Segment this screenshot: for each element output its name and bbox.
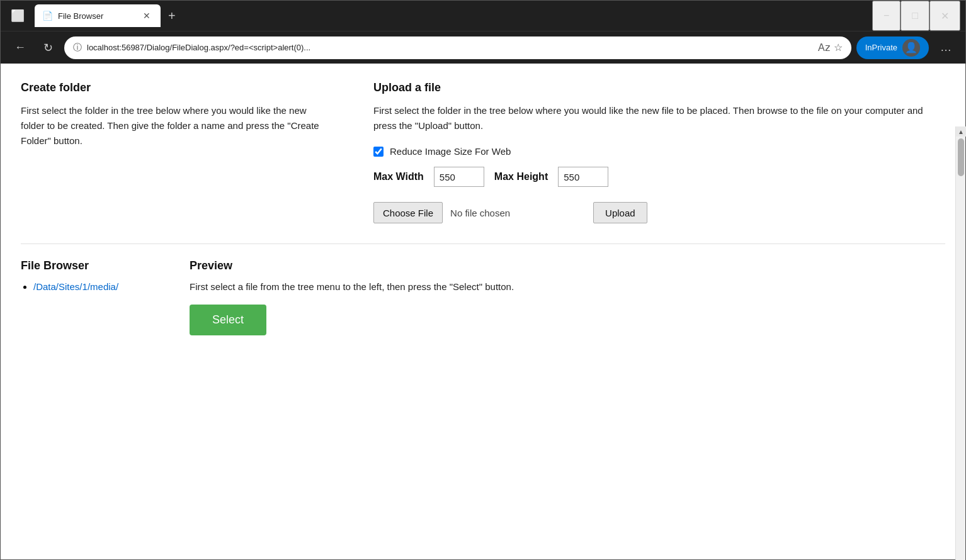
tab-bar: 📄 File Browser ✕ + (35, 1, 183, 31)
upload-button[interactable]: Upload (593, 202, 647, 223)
max-height-input[interactable] (558, 167, 608, 187)
minimize-button[interactable]: − (872, 1, 901, 31)
preview-desc: First select a file from the tree menu t… (190, 281, 945, 292)
choose-file-button[interactable]: Choose File (373, 202, 443, 223)
inprivate-label: InPrivate (865, 43, 897, 52)
page-content: Create folder First select the folder in… (1, 64, 965, 529)
scroll-thumb[interactable] (958, 138, 964, 176)
file-upload-row: Choose File No file chosen Upload (373, 202, 945, 223)
scroll-up-button[interactable]: ▲ (956, 126, 966, 137)
max-height-label: Max Height (494, 171, 548, 182)
file-browser-title: File Browser (21, 259, 159, 272)
url-text: localhost:56987/Dialog/FileDialog.aspx/?… (87, 43, 813, 52)
select-button[interactable]: Select (190, 305, 266, 335)
read-aloud-icon[interactable]: Aᴢ (818, 42, 830, 53)
close-button[interactable]: ✕ (929, 1, 960, 31)
reduce-image-checkbox[interactable] (373, 147, 384, 157)
nav-bar: ← ↻ ⓘ localhost:56987/Dialog/FileDialog.… (1, 31, 965, 64)
tree-link[interactable]: /Data/Sites/1/media/ (33, 281, 118, 292)
max-width-label: Max Width (373, 171, 424, 182)
preview-title: Preview (190, 259, 945, 272)
max-width-input[interactable] (434, 167, 484, 187)
maximize-button[interactable]: □ (901, 1, 929, 31)
address-bar[interactable]: ⓘ localhost:56987/Dialog/FileDialog.aspx… (64, 36, 851, 59)
file-tree: /Data/Sites/1/media/ (21, 281, 159, 292)
inprivate-button[interactable]: InPrivate 👤 (856, 36, 929, 59)
tab-close-button[interactable]: ✕ (140, 9, 153, 22)
more-options-button[interactable]: … (934, 37, 958, 58)
upload-desc: First select the folder in the tree belo… (373, 103, 945, 133)
create-folder-section: Create folder First select the folder in… (21, 81, 323, 223)
new-tab-button[interactable]: + (161, 6, 183, 26)
active-tab[interactable]: 📄 File Browser ✕ (35, 4, 161, 27)
tab-title: File Browser (58, 11, 135, 21)
list-item: /Data/Sites/1/media/ (33, 281, 159, 292)
create-folder-title: Create folder (21, 81, 323, 94)
avatar: 👤 (902, 39, 920, 57)
top-section: Create folder First select the folder in… (21, 81, 945, 223)
upload-section: Upload a file First select the folder in… (373, 81, 945, 223)
address-icons: Aᴢ ☆ (818, 42, 843, 53)
scrollbar[interactable]: ▲ (955, 126, 965, 560)
favorites-icon[interactable]: ☆ (834, 42, 843, 53)
tab-page-icon: 📄 (42, 11, 53, 21)
dimensions-row: Max Width Max Height (373, 167, 945, 187)
title-bar: ⬜ 📄 File Browser ✕ + − □ ✕ (1, 1, 965, 31)
window-controls: − □ ✕ (872, 1, 960, 31)
back-button[interactable]: ← (8, 37, 32, 58)
section-divider (21, 244, 945, 244)
file-browser-panel: File Browser /Data/Sites/1/media/ (21, 259, 159, 335)
preview-panel: Preview First select a file from the tre… (190, 259, 945, 335)
no-file-label: No file chosen (450, 208, 510, 218)
security-icon: ⓘ (73, 42, 82, 53)
reduce-image-label[interactable]: Reduce Image Size For Web (390, 146, 511, 157)
bottom-section: File Browser /Data/Sites/1/media/ Previe… (21, 259, 945, 335)
sidebar-toggle-icon[interactable]: ⬜ (6, 6, 30, 25)
upload-title: Upload a file (373, 81, 945, 94)
create-folder-desc: First select the folder in the tree belo… (21, 103, 323, 148)
refresh-button[interactable]: ↻ (37, 37, 59, 59)
reduce-image-row: Reduce Image Size For Web (373, 146, 945, 157)
